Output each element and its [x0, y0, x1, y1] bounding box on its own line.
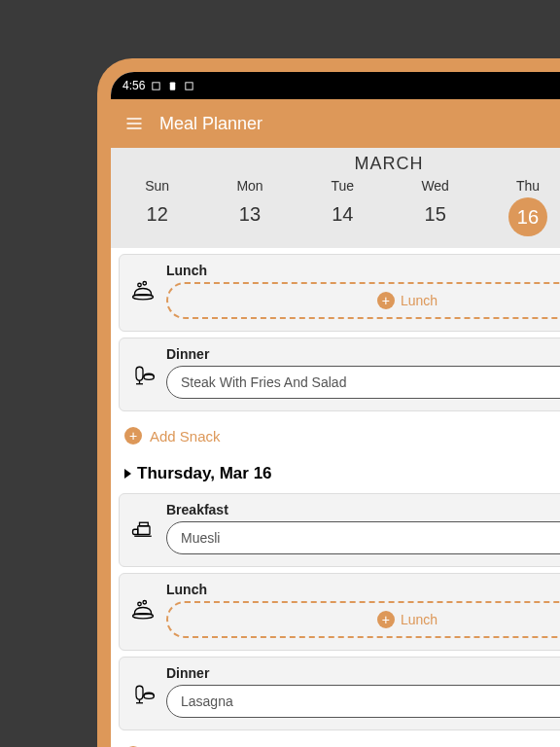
app-title: Meal Planner [159, 114, 262, 134]
svg-point-14 [143, 282, 147, 286]
status-time: 4:56 [122, 79, 145, 92]
day-name: Wed [389, 178, 481, 194]
status-icon [184, 81, 194, 91]
lunch-icon [129, 278, 157, 305]
meal-type-label: Lunch [166, 582, 560, 597]
calendar-day[interactable]: Mon 13 [203, 178, 296, 236]
lunch-icon [129, 597, 157, 624]
app-bar: Meal Planner [111, 99, 560, 148]
meal-card-dinner: Dinner Steak With Fries And Salad [119, 338, 560, 411]
status-bar: 4:56 [111, 72, 560, 99]
add-snack-button[interactable]: + Add Snack [111, 736, 560, 747]
svg-rect-1 [170, 82, 176, 89]
calendar-day[interactable]: Wed 15 [389, 178, 481, 236]
day-header[interactable]: Thursday, Mar 16 [111, 454, 560, 487]
meal-value[interactable]: Lasagna [166, 685, 560, 718]
day-number: 14 [297, 203, 389, 226]
svg-rect-18 [138, 526, 150, 535]
add-meal-button[interactable]: + Lunch [166, 601, 560, 638]
meal-card-lunch: Lunch + Lunch [119, 573, 560, 651]
menu-icon[interactable] [124, 114, 144, 133]
day-name: Sun [111, 178, 203, 194]
day-header-label: Thursday, Mar 16 [137, 464, 272, 483]
add-meal-label: Lunch [401, 612, 438, 627]
meal-card-dinner: Dinner Lasagna [119, 657, 560, 730]
meal-value[interactable]: Muesli [166, 521, 560, 554]
dinner-icon [129, 681, 157, 708]
content-scroll[interactable]: Lunch + Lunch Dinner Steak With Fries An… [111, 254, 560, 747]
plus-icon: + [377, 292, 395, 309]
svg-rect-2 [186, 82, 192, 89]
meal-type-label: Breakfast [166, 502, 560, 517]
meal-card-lunch: Lunch + Lunch [119, 254, 560, 332]
add-meal-label: Lunch [401, 293, 438, 308]
meal-type-label: Lunch [166, 263, 560, 278]
meal-type-label: Dinner [166, 665, 560, 681]
breakfast-icon [129, 517, 157, 545]
calendar-header: MARCH Sun 12 Mon 13 Tue 14 Wed 15 [111, 148, 560, 248]
plus-icon: + [124, 427, 142, 445]
calendar-day[interactable]: Sun 12 [111, 178, 203, 236]
meal-card-breakfast: Breakfast Muesli [119, 493, 560, 567]
svg-point-22 [138, 602, 142, 606]
calendar-month: MARCH [111, 154, 560, 174]
svg-rect-19 [140, 522, 149, 526]
calendar-week: Sun 12 Mon 13 Tue 14 Wed 15 Thu 16 [111, 174, 560, 236]
dinner-icon [129, 362, 157, 389]
calendar-day-selected[interactable]: Thu 16 [481, 178, 560, 236]
add-snack-button[interactable]: + Add Snack [111, 417, 560, 454]
svg-rect-0 [153, 82, 159, 89]
svg-point-23 [143, 601, 147, 605]
day-name: Thu [481, 178, 560, 194]
meal-value[interactable]: Steak With Fries And Salad [166, 366, 560, 399]
day-name: Tue [297, 178, 389, 194]
chevron-right-icon [124, 469, 131, 479]
status-icon [151, 81, 161, 91]
day-number: 13 [203, 203, 296, 226]
svg-point-13 [138, 283, 142, 287]
plus-icon: + [377, 611, 395, 628]
svg-point-17 [144, 374, 155, 379]
add-snack-label: Add Snack [150, 428, 221, 445]
day-number: 12 [111, 203, 203, 226]
svg-point-26 [144, 694, 155, 698]
meal-type-label: Dinner [166, 346, 560, 362]
calendar-day[interactable]: Tue 14 [297, 178, 389, 236]
day-number: 15 [389, 203, 481, 226]
day-number: 16 [508, 197, 547, 236]
day-name: Mon [203, 178, 296, 194]
status-icon [167, 81, 178, 91]
add-meal-button[interactable]: + Lunch [166, 282, 560, 319]
